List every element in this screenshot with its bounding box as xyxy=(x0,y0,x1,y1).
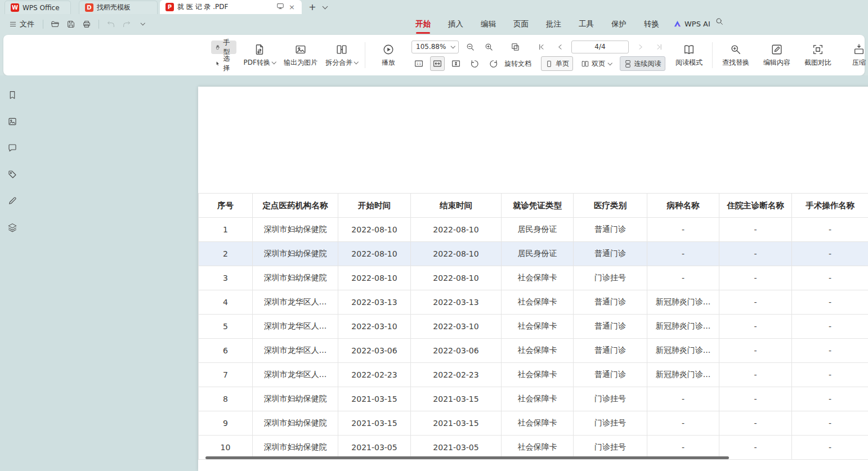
table-cell: 深圳市龙华区人... xyxy=(253,363,338,387)
rotate-left-icon xyxy=(470,59,480,69)
signature-panel-button[interactable] xyxy=(5,194,20,208)
wps-ai-label: WPS AI xyxy=(684,20,710,28)
last-page-button[interactable] xyxy=(651,39,666,54)
select-tool-button[interactable]: 选择 xyxy=(211,57,236,70)
comment-panel-button[interactable] xyxy=(5,141,20,155)
save-button[interactable] xyxy=(64,17,78,31)
actual-size-button[interactable]: 1:1 xyxy=(411,56,426,71)
horizontal-scrollbar[interactable] xyxy=(205,456,729,459)
print-button[interactable] xyxy=(80,17,93,31)
document-area: 序号定点医药机构名称开始时间结束时间就诊凭证类型医疗类别病种名称住院主诊断名称手… xyxy=(0,75,868,471)
wps-logo-icon: W xyxy=(11,3,19,12)
table-cell: - xyxy=(719,339,792,363)
ribbon-tab-protect[interactable]: 保护 xyxy=(611,19,627,29)
rotate-doc-label[interactable]: 旋转文档 xyxy=(504,59,531,69)
file-menu-button[interactable]: 文件 xyxy=(6,17,38,31)
fit-page-button[interactable] xyxy=(449,56,463,71)
double-page-button[interactable]: 双页 xyxy=(577,56,616,71)
zoom-out-button[interactable] xyxy=(463,39,477,54)
export-image-button[interactable]: 输出为图片 xyxy=(283,38,319,72)
thumbnail-panel-button[interactable] xyxy=(5,114,20,129)
edit-content-button[interactable]: 编辑内容 xyxy=(759,38,795,72)
tab-document[interactable]: P 就 医 记 录 .PDF × xyxy=(160,0,302,14)
compress-icon xyxy=(853,43,865,56)
tab-wps-office[interactable]: W WPS Office xyxy=(5,1,71,14)
printer-icon xyxy=(82,20,91,29)
search-icon xyxy=(715,17,724,26)
open-file-button[interactable] xyxy=(48,17,62,31)
quickbar-dropdown[interactable] xyxy=(136,17,149,31)
table-cell: 门诊挂号 xyxy=(574,266,647,290)
table-cell: - xyxy=(719,242,792,266)
table-cell: 社会保障卡 xyxy=(502,411,574,436)
table-cell: 2 xyxy=(199,242,253,266)
fit-width-button[interactable] xyxy=(430,56,445,71)
split-merge-button[interactable]: 拆分合并 xyxy=(324,38,360,72)
compress-button[interactable]: 压缩 xyxy=(841,38,868,72)
close-tab-icon[interactable]: × xyxy=(288,3,296,11)
pdf-convert-button[interactable]: PDF转换 xyxy=(241,38,278,72)
table-cell: 2022-03-13 xyxy=(411,290,502,315)
ribbon-tab-tools[interactable]: 工具 xyxy=(579,19,594,29)
tab-list-chevron-icon[interactable] xyxy=(322,0,327,14)
table-cell: 深圳市妇幼保健院 xyxy=(253,266,338,290)
first-page-button[interactable] xyxy=(534,39,549,54)
find-replace-button[interactable]: 查找替换 xyxy=(718,38,754,72)
undo-button[interactable] xyxy=(104,17,118,31)
single-page-button[interactable]: 单页 xyxy=(541,56,573,71)
monitor-icon[interactable] xyxy=(276,2,284,12)
zoom-nav-row-1: 105.88% 4/4 xyxy=(411,40,666,53)
ribbon-tab-insert[interactable]: 插入 xyxy=(448,19,463,29)
new-tab-button[interactable]: + xyxy=(306,1,319,13)
fit-window-button[interactable] xyxy=(508,39,522,54)
ribbon-search-button[interactable] xyxy=(715,17,724,28)
zoom-level-select[interactable]: 105.88% xyxy=(411,41,459,53)
wps-ai-button[interactable]: WPS AI xyxy=(673,14,710,34)
bookmark-icon xyxy=(7,90,17,100)
undo-icon xyxy=(106,20,115,29)
bookmark-panel-button[interactable] xyxy=(5,88,20,102)
table-cell: 2022-08-10 xyxy=(411,218,502,242)
tab-docer-template[interactable]: D 找稻壳模板 xyxy=(79,1,158,14)
double-page-label: 双页 xyxy=(592,59,605,69)
page-number-input[interactable]: 4/4 xyxy=(571,41,629,53)
pdf-convert-label: PDF转换 xyxy=(244,58,270,68)
table-cell: - xyxy=(792,339,868,363)
table-cell: 2022-03-06 xyxy=(338,339,411,363)
divider xyxy=(712,42,713,68)
layers-panel-button[interactable] xyxy=(5,220,20,235)
play-label: 播放 xyxy=(382,58,395,68)
previous-page-button[interactable] xyxy=(553,39,567,54)
ribbon-tab-annotate[interactable]: 批注 xyxy=(546,19,561,29)
export-image-icon xyxy=(294,43,307,56)
table-cell: 7 xyxy=(199,363,253,387)
hand-tool-button[interactable]: 手型 xyxy=(211,41,236,54)
ribbon-tab-start[interactable]: 开始 xyxy=(415,19,431,29)
ribbon-tab-page[interactable]: 页面 xyxy=(513,19,529,29)
redo-button[interactable] xyxy=(120,17,133,31)
screenshot-compare-button[interactable]: 截图对比 xyxy=(800,38,836,72)
first-page-icon xyxy=(538,43,546,51)
zoom-in-button[interactable] xyxy=(481,39,496,54)
read-mode-button[interactable]: 阅读模式 xyxy=(671,38,707,72)
quick-access-group: 文件 xyxy=(0,17,149,31)
rotate-left-button[interactable] xyxy=(467,56,482,71)
zoom-in-icon xyxy=(484,42,494,52)
table-cell: 2022-02-23 xyxy=(338,363,411,387)
table-cell: - xyxy=(719,290,792,315)
ribbon-tab-edit[interactable]: 编辑 xyxy=(481,19,496,29)
table-cell: - xyxy=(719,315,792,339)
thumbnail-icon xyxy=(7,116,17,127)
tag-panel-button[interactable] xyxy=(5,167,20,182)
table-row: 2深圳市妇幼保健院2022-08-102022-08-10居民身份证普通门诊--… xyxy=(199,242,868,266)
column-header: 就诊凭证类型 xyxy=(502,194,574,218)
ribbon-tab-convert[interactable]: 转换 xyxy=(644,19,659,29)
table-cell: - xyxy=(792,242,868,266)
play-button[interactable]: 播放 xyxy=(370,38,406,72)
pdf-file-icon: P xyxy=(165,3,174,11)
table-cell: 1 xyxy=(199,218,253,242)
continuous-read-button[interactable]: 连续阅读 xyxy=(620,56,665,71)
next-page-button[interactable] xyxy=(633,39,647,54)
table-cell: 2022-03-10 xyxy=(338,315,411,339)
rotate-right-button[interactable] xyxy=(486,56,500,71)
